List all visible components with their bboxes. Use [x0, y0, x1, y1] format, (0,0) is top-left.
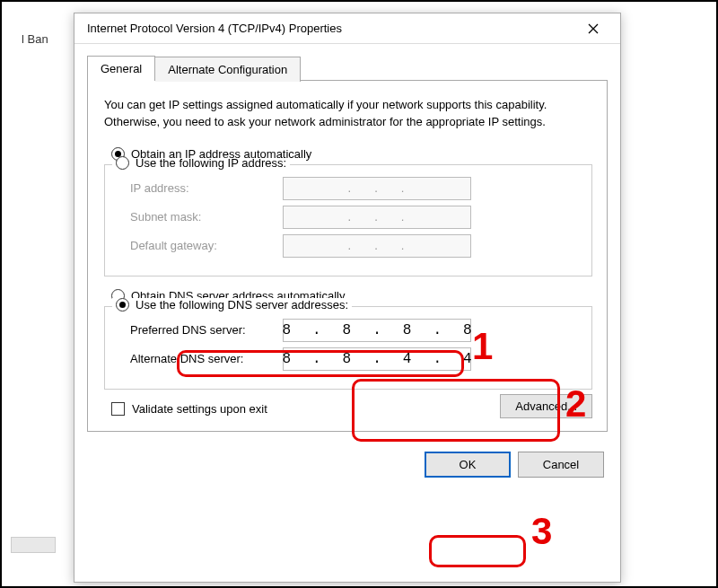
close-icon [588, 23, 599, 34]
background-window-fragment [11, 20, 65, 567]
tabstrip: General Alternate Configuration [87, 55, 608, 81]
radio-ip-manual[interactable] [116, 156, 129, 170]
info-text: You can get IP settings assigned automat… [104, 97, 592, 131]
alternate-dns-label: Alternate DNS server: [130, 352, 283, 365]
preferred-dns-input[interactable]: 8. 8. 8. 8 [283, 319, 471, 342]
default-gateway-label: Default gateway: [130, 239, 283, 252]
radio-ip-manual-row[interactable]: Use the following IP address: [112, 156, 290, 170]
default-gateway-input: ... [283, 234, 471, 258]
ip-address-label: IP address: [130, 181, 283, 195]
tab-alternate-configuration[interactable]: Alternate Configuration [155, 57, 301, 82]
radio-dns-manual-row[interactable]: Use the following DNS server addresses: [112, 298, 352, 312]
subnet-mask-label: Subnet mask: [130, 210, 283, 224]
background-scrollbar [11, 537, 56, 553]
radio-dns-manual[interactable] [116, 298, 129, 312]
alternate-dns-input[interactable]: 8. 8. 4. 4 [283, 347, 471, 371]
dns-manual-fieldset: Use the following DNS server addresses: … [104, 306, 592, 390]
validate-settings-label: Validate settings upon exit [132, 402, 267, 416]
tabpanel-general: You can get IP settings assigned automat… [87, 81, 608, 432]
dialog-title: Internet Protocol Version 4 (TCP/IPv4) P… [87, 22, 574, 35]
ip-manual-fieldset: Use the following IP address: IP address… [104, 164, 592, 276]
cancel-button[interactable]: Cancel [518, 452, 604, 478]
ok-button[interactable]: OK [425, 452, 511, 478]
titlebar: Internet Protocol Version 4 (TCP/IPv4) P… [74, 13, 620, 44]
ip-address-input: ... [283, 177, 471, 200]
tab-general[interactable]: General [87, 56, 155, 81]
close-button[interactable] [574, 15, 613, 42]
radio-ip-manual-label: Use the following IP address: [136, 156, 286, 170]
advanced-button[interactable]: Advanced... [500, 394, 592, 418]
background-partial-text: l Ban [22, 32, 48, 46]
radio-dns-manual-label: Use the following DNS server addresses: [136, 298, 348, 312]
subnet-mask-input: ... [283, 206, 471, 229]
ipv4-properties-dialog: Internet Protocol Version 4 (TCP/IPv4) P… [74, 13, 621, 583]
preferred-dns-label: Preferred DNS server: [130, 323, 283, 337]
validate-settings-checkbox[interactable] [111, 402, 125, 416]
dialog-buttons: OK Cancel [87, 452, 608, 478]
